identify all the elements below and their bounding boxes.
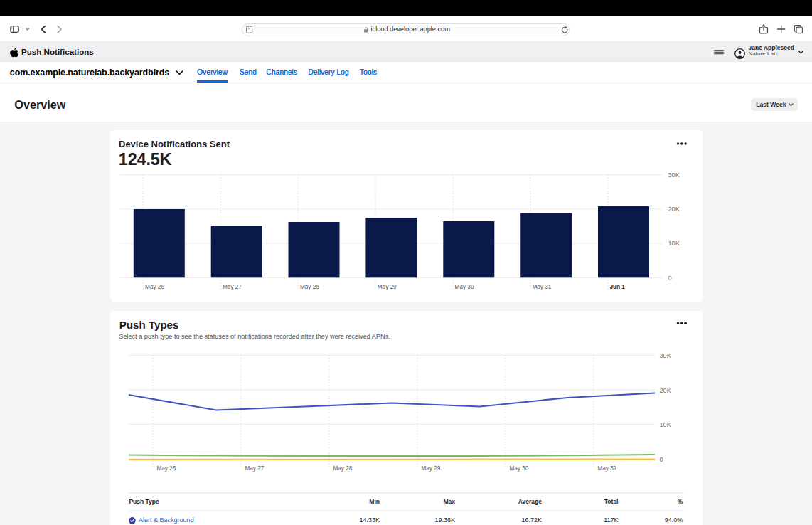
svg-text:May 31: May 31 [533,284,552,290]
svg-text:May 30: May 30 [510,465,529,472]
svg-text:30K: 30K [668,171,680,179]
svg-text:0: 0 [660,456,663,463]
svg-text:May 26: May 26 [145,284,164,290]
svg-text:0: 0 [668,275,672,282]
svg-text:10K: 10K [660,421,672,428]
svg-text:May 31: May 31 [598,465,617,472]
svg-text:30K: 30K [660,352,672,359]
svg-text:May 29: May 29 [422,465,441,472]
svg-text:May 29: May 29 [378,284,397,290]
svg-text:20K: 20K [668,206,680,213]
svg-text:May 26: May 26 [157,465,176,472]
svg-text:20K: 20K [660,387,672,394]
svg-text:May 28: May 28 [300,284,319,290]
svg-text:May 27: May 27 [245,465,265,472]
svg-text:May 27: May 27 [223,284,242,290]
svg-text:May 30: May 30 [455,284,474,290]
svg-text:10K: 10K [668,240,680,247]
svg-text:Jun 1: Jun 1 [609,284,625,290]
svg-text:May 28: May 28 [333,465,353,472]
